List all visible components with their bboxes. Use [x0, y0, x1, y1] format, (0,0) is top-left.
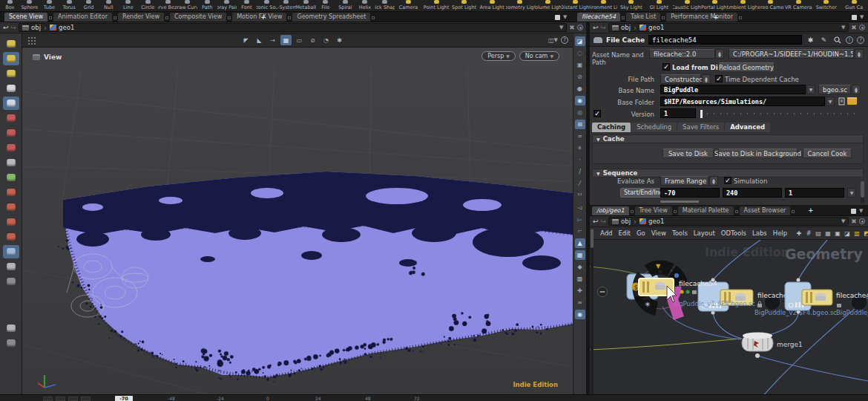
tab-close-icon[interactable]: [674, 210, 677, 213]
view-mask-icon[interactable]: ⊞: [575, 120, 585, 129]
pose-tool-icon[interactable]: [3, 156, 19, 169]
breadcrumb-obj[interactable]: obj: [612, 24, 631, 31]
shelf-tool[interactable]: Sky Light: [617, 0, 645, 11]
pin-icon[interactable]: ✚: [568, 23, 576, 32]
network-graph[interactable]: Indie Edition Geometry: [590, 240, 868, 401]
chevron-down-icon[interactable]: ▼: [841, 25, 845, 30]
tab-close-icon[interactable]: [735, 210, 738, 213]
hide-lights-icon[interactable]: ⊘: [575, 72, 585, 82]
breadcrumb[interactable]: obj › geo1 ▼: [608, 217, 849, 226]
shelf-tool[interactable]: Line: [119, 0, 139, 11]
shelf-tool[interactable]: Distant Light: [562, 0, 590, 11]
current-frame-box[interactable]: -70: [115, 396, 133, 401]
tab-close-icon[interactable]: [739, 16, 742, 19]
cache-section-header[interactable]: ▼Cache: [592, 134, 864, 143]
spinner-icon[interactable]: ▲▼: [852, 85, 861, 94]
breadcrumb-geo1[interactable]: geo1: [640, 24, 664, 31]
disable-icon[interactable]: ⊘: [307, 35, 318, 45]
add-tab-button[interactable]: +: [260, 13, 266, 21]
base-folder-input[interactable]: $HIP/Resources/Simulations/: [660, 97, 825, 106]
shelf-tool[interactable]: VR Camera: [784, 0, 812, 11]
breadcrumb-geo1[interactable]: geo1: [640, 218, 664, 225]
menu-item[interactable]: Labs: [749, 229, 770, 237]
base-name-input[interactable]: BigPuddle: [660, 85, 806, 94]
measure-icon[interactable]: #: [804, 229, 813, 238]
shelf-tool[interactable]: L-System: [276, 0, 296, 11]
add-tab-button[interactable]: +: [808, 206, 814, 214]
search-icon[interactable]: [832, 35, 842, 45]
view-pane-icon[interactable]: ▭: [294, 35, 305, 45]
shade-mode-icon[interactable]: ●: [575, 84, 585, 94]
help-icon[interactable]: ?: [857, 36, 864, 44]
shelf-tool[interactable]: Stereo Camera: [757, 0, 785, 11]
display-particle-icon[interactable]: ◆: [575, 262, 585, 272]
shelf-tool[interactable]: Grid: [79, 0, 99, 11]
tab-close-icon[interactable]: [372, 16, 375, 19]
scale-handle-icon[interactable]: [3, 141, 19, 154]
headlight-icon[interactable]: ◎: [575, 108, 585, 117]
link-radio-icon[interactable]: [859, 218, 865, 224]
chevron-down-icon[interactable]: ▼: [559, 25, 563, 30]
normal-marker-icon[interactable]: /: [575, 167, 585, 177]
shelf-tool[interactable]: Draw Curve: [177, 0, 197, 11]
shelf-tool[interactable]: Switcher: [812, 0, 841, 11]
menu-item[interactable]: Help: [770, 229, 790, 237]
shelf-tool[interactable]: Gun Ca: [841, 0, 868, 11]
handles-tool-icon[interactable]: [3, 67, 19, 80]
snap-point-icon[interactable]: [3, 215, 19, 229]
breadcrumb-geo1[interactable]: geo1: [50, 24, 74, 31]
shelf-tool[interactable]: Helix: [355, 0, 375, 11]
shelf-tool[interactable]: Box: [0, 0, 20, 11]
select-tool-icon[interactable]: [3, 52, 19, 65]
shelf-tool[interactable]: Quick Shapes: [375, 0, 395, 11]
pin-icon[interactable]: ✚: [849, 23, 858, 32]
save-background-button[interactable]: Save to Disk in Background: [718, 149, 798, 158]
display-terrain-icon[interactable]: ▲: [575, 238, 585, 248]
point-marker-icon[interactable]: ·: [575, 155, 585, 165]
menu-item[interactable]: Edit: [615, 229, 633, 237]
material-flower-icon[interactable]: ✳: [575, 143, 585, 153]
shelf-tool[interactable]: Point Light: [422, 0, 450, 11]
node-name-input[interactable]: filecache54: [648, 35, 802, 45]
scene-viewport[interactable]: View Persp▼ No cam▼ Indie Edition: [22, 48, 573, 394]
tab-close-icon[interactable]: [228, 16, 231, 19]
snap-grid-icon[interactable]: [3, 186, 19, 199]
frame-icon[interactable]: ▣: [833, 229, 842, 238]
param-scrollbar[interactable]: [861, 181, 864, 203]
pane-tab[interactable]: Scene View: [4, 13, 47, 22]
tab-close-icon[interactable]: [165, 16, 168, 19]
playbar[interactable]: -70 -48-240244872: [0, 394, 868, 401]
orbit-icon[interactable]: [3, 260, 19, 273]
render-view-icon[interactable]: [3, 336, 19, 350]
folder-icon[interactable]: [847, 97, 857, 105]
shelf-tool[interactable]: Font: [237, 0, 257, 11]
menu-item[interactable]: Go: [634, 229, 648, 237]
range-label-chip[interactable]: Start/End/Inc: [620, 188, 666, 198]
spinner-icon[interactable]: ▲▼: [709, 176, 718, 186]
tab-close-icon[interactable]: [792, 210, 795, 213]
backface-icon[interactable]: ◅: [575, 203, 585, 212]
lighting-icon[interactable]: ◉: [575, 96, 585, 105]
gallery-icon[interactable]: ◪: [843, 229, 852, 238]
start-frame-input[interactable]: -70: [660, 188, 720, 198]
sticky-note-icon[interactable]: ▥: [852, 229, 861, 238]
network-tab[interactable]: Asset Browser: [740, 206, 791, 215]
snap-mode-icon[interactable]: ▦: [280, 35, 292, 45]
shelf-tool[interactable]: Volume Light: [534, 0, 562, 11]
grid-icon[interactable]: ▦: [823, 229, 832, 238]
display-texture-icon[interactable]: ▦: [575, 250, 585, 260]
pane-tab[interactable]: Geometry Spreadsheet: [292, 13, 370, 22]
chevron-down-icon[interactable]: ▼: [806, 85, 815, 94]
select-mode-icon[interactable]: ◤: [240, 35, 251, 45]
shelf-tool[interactable]: Sphere: [20, 0, 40, 11]
file-path-select[interactable]: Constructed: [660, 74, 701, 84]
version-input[interactable]: 1: [660, 108, 696, 118]
shelf-tool[interactable]: Ambient Light: [729, 0, 757, 11]
param-tab[interactable]: Scheduling: [631, 123, 677, 132]
shelf-tool[interactable]: Geometry Light: [506, 0, 534, 11]
help-icon[interactable]: ?: [561, 36, 568, 44]
secure-selection-icon[interactable]: [3, 97, 19, 110]
pin-view-icon[interactable]: ◉: [575, 310, 585, 319]
pane-tab[interactable]: Composite View: [170, 13, 226, 22]
pane-tab[interactable]: Performance Monitor: [666, 13, 737, 22]
